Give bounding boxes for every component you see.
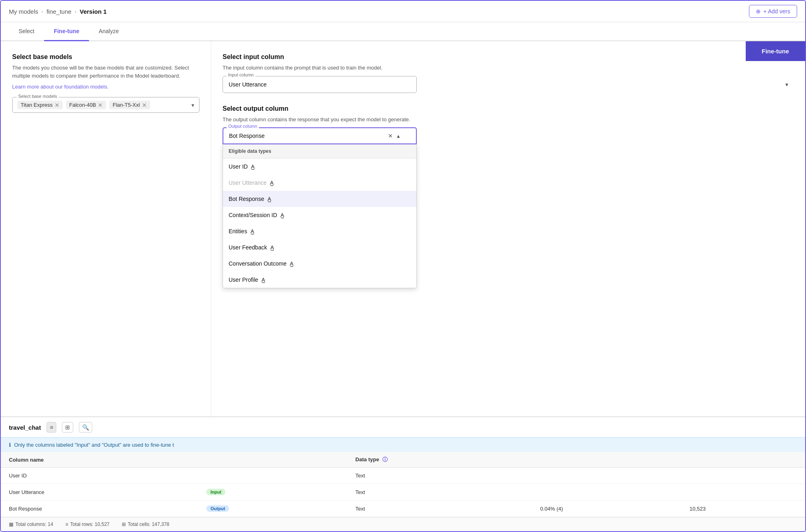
cell-user-utterance-type: Text xyxy=(347,484,532,500)
output-col-arrow-icon[interactable]: ▴ xyxy=(397,133,400,139)
output-col-select-field[interactable]: Bot Response ✕ ▴ xyxy=(223,127,417,144)
col-header-count xyxy=(681,452,805,468)
dropdown-item-user-id-type: A̲ xyxy=(251,164,255,170)
breadcrumb-sep-1: › xyxy=(42,8,43,15)
tab-fine-tune[interactable]: Fine-tune xyxy=(44,22,89,41)
badge-input: Input xyxy=(206,489,225,495)
col-header-type: Data type ⓘ xyxy=(347,452,532,468)
input-col-select[interactable]: User Utterance xyxy=(223,76,417,93)
cell-user-id-type: Text xyxy=(347,468,532,484)
dropdown-item-bot-response[interactable]: Bot Response A̲ xyxy=(223,191,416,207)
dropdown-item-user-id-label: User ID xyxy=(229,163,248,170)
cell-user-id-badge xyxy=(198,468,347,484)
cell-bot-response-count: 10,523 xyxy=(681,500,805,517)
tag-titan-express-close[interactable]: ✕ xyxy=(55,102,59,108)
tag-titan-express: Titan Express ✕ xyxy=(17,101,63,109)
cell-bot-response-type: Text xyxy=(347,500,532,517)
table-section: travel_chat ≡ ⊞ 🔍 ℹ Only the columns lab… xyxy=(1,416,805,531)
output-col-value: Bot Response xyxy=(229,133,265,139)
dropdown-item-context-session-label: Context/Session ID xyxy=(229,212,277,218)
dropdown-item-user-feedback-label: User Feedback xyxy=(229,244,267,251)
cell-bot-response-pct: 0.04% (4) xyxy=(532,500,681,517)
learn-more-link[interactable]: Learn more about our foundation models. xyxy=(12,84,199,90)
table-toolbar: travel_chat ≡ ⊞ 🔍 xyxy=(1,417,805,437)
cell-bot-response-badge: Output xyxy=(198,500,347,517)
breadcrumb-version: Version 1 xyxy=(80,8,107,15)
footer-total-columns: ▦ Total columns: 14 xyxy=(9,521,53,527)
dropdown-item-context-session-type: A̲ xyxy=(280,212,284,218)
output-col-section: Select output column The output column c… xyxy=(223,105,794,145)
left-panel: Select base models The models you choose… xyxy=(1,41,211,416)
output-select-actions: ✕ ▴ xyxy=(388,133,400,139)
dropdown-item-context-session[interactable]: Context/Session ID A̲ xyxy=(223,207,416,223)
footer-total-cells: ⊞ Total cells: 147,378 xyxy=(122,521,170,527)
dropdown-item-bot-response-label: Bot Response xyxy=(229,196,264,202)
base-models-select[interactable]: Select base models Titan Express ✕ Falco… xyxy=(12,97,199,113)
input-col-desc: The input column contains the prompt tha… xyxy=(223,64,794,72)
rows-icon: ≡ xyxy=(65,521,68,527)
info-icon: ℹ xyxy=(9,442,11,448)
data-type-header-label: Data type xyxy=(355,456,379,462)
dropdown-item-conversation-outcome[interactable]: Conversation Outcome A̲ xyxy=(223,255,416,272)
table-header-row: Column name Data type ⓘ xyxy=(1,452,805,468)
breadcrumb-fine-tune[interactable]: fine_tune xyxy=(47,8,72,15)
tab-analyze[interactable]: Analyze xyxy=(89,22,129,41)
tag-flan-t5-xxl-close[interactable]: ✕ xyxy=(142,102,147,108)
footer-total-rows: ≡ Total rows: 10,527 xyxy=(65,521,109,527)
main-content: Select base models The models you choose… xyxy=(1,41,805,416)
dropdown-item-user-utterance: User Utterance A̲ xyxy=(223,175,416,191)
input-col-select-field: Input column User Utterance ▾ xyxy=(223,76,794,93)
cell-user-utterance-pct xyxy=(532,484,681,500)
dropdown-item-user-id[interactable]: User ID A̲ xyxy=(223,158,416,175)
search-icon: 🔍 xyxy=(82,424,89,431)
dropdown-item-entities[interactable]: Entities A̲ xyxy=(223,223,416,239)
add-version-button[interactable]: ⊕ + Add vers xyxy=(749,5,797,18)
dropdown-item-user-profile-label: User Profile xyxy=(229,277,258,283)
table-row: User ID Text xyxy=(1,468,805,484)
tag-falcon-40b-close[interactable]: ✕ xyxy=(98,102,103,108)
dropdown-item-user-feedback-type: A̲ xyxy=(270,245,274,251)
grid-view-icon: ⊞ xyxy=(65,424,70,431)
fine-tune-button[interactable]: Fine-tune xyxy=(746,41,806,61)
breadcrumb: My models › fine_tune › Version 1 xyxy=(9,8,107,15)
data-table: Column name Data type ⓘ User ID xyxy=(1,452,805,517)
base-models-title: Select base models xyxy=(12,53,199,61)
cell-user-id-count xyxy=(681,468,805,484)
cells-icon: ⊞ xyxy=(122,521,126,527)
breadcrumb-sep-2: › xyxy=(75,8,76,15)
search-button[interactable]: 🔍 xyxy=(79,422,92,433)
data-type-info-icon[interactable]: ⓘ xyxy=(382,456,388,462)
breadcrumb-my-models[interactable]: My models xyxy=(9,8,38,15)
output-col-clear-icon[interactable]: ✕ xyxy=(388,133,393,139)
output-col-desc: The output column contains the response … xyxy=(223,116,794,124)
col-header-pct xyxy=(532,452,681,468)
input-col-label: Input column xyxy=(227,72,255,77)
dropdown-item-entities-type: A̲ xyxy=(250,228,254,234)
input-col-title: Select input column xyxy=(223,53,794,61)
cell-user-id-name: User ID xyxy=(1,468,198,484)
col-header-badge xyxy=(198,452,347,468)
dropdown-item-conversation-outcome-label: Conversation Outcome xyxy=(229,260,286,267)
grid-view-button[interactable]: ⊞ xyxy=(62,422,73,433)
tab-select[interactable]: Select xyxy=(9,22,44,41)
col-header-name: Column name xyxy=(1,452,198,468)
cell-user-utterance-name: User Utterance xyxy=(1,484,198,500)
list-view-button[interactable]: ≡ xyxy=(47,422,56,433)
dropdown-item-user-feedback[interactable]: User Feedback A̲ xyxy=(223,239,416,255)
info-banner-text: Only the columns labeled "Input" and "Ou… xyxy=(14,442,174,448)
tag-falcon-40b: Falcon-40B ✕ xyxy=(66,101,106,109)
multi-select-arrow-icon: ▾ xyxy=(191,102,194,108)
dropdown-item-user-profile[interactable]: User Profile A̲ xyxy=(223,272,416,288)
badge-output: Output xyxy=(206,505,229,512)
table-row: User Utterance Input Text xyxy=(1,484,805,500)
cell-user-utterance-count xyxy=(681,484,805,500)
right-panel: Select input column The input column con… xyxy=(211,41,805,416)
add-version-icon: ⊕ xyxy=(756,8,761,15)
input-col-arrow-icon: ▾ xyxy=(785,81,788,88)
tag-flan-t5-xxl: Flan-T5-Xxl ✕ xyxy=(109,101,150,109)
add-version-label: + Add vers xyxy=(763,8,790,15)
tabs-bar: Select Fine-tune Analyze xyxy=(1,22,805,41)
header: My models › fine_tune › Version 1 ⊕ + Ad… xyxy=(1,1,805,22)
table-row: Bot Response Output Text 0.04% (4) 10,52… xyxy=(1,500,805,517)
dropdown-group-header: Eligible data types xyxy=(223,144,416,158)
